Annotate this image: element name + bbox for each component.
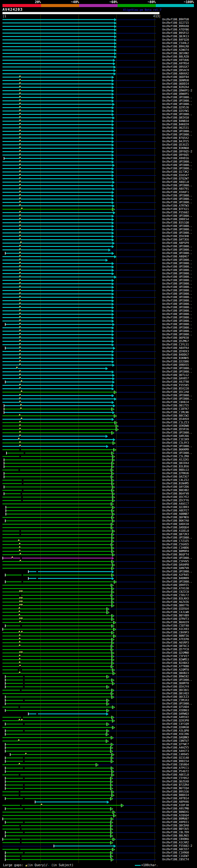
hit-label[interactable]: UniRef100_B5X228 xyxy=(162,387,189,391)
hit-label[interactable]: UniRef100_C1GEW7 xyxy=(162,855,189,858)
hit-label[interactable]: UniRef100_Q55PJ6 xyxy=(162,428,189,431)
hit-label[interactable]: UniRef100_UPI000.. xyxy=(162,113,192,116)
hit-label[interactable]: UniRef100_A8QHG7 xyxy=(162,255,189,258)
hit-label[interactable]: UniRef100_B6TIQ4 xyxy=(162,787,189,790)
hit-label[interactable]: UniRef100_B8CCW2 xyxy=(162,414,189,417)
hit-label[interactable]: UniRef100_Q0JK13 xyxy=(162,35,189,38)
hit-label[interactable]: UniRef100_UPI000.. xyxy=(162,130,192,133)
hit-label[interactable]: UniRef100_O23140 xyxy=(162,756,189,760)
hit-label[interactable]: UniRef100_Q0UB23 xyxy=(162,672,189,675)
hit-label[interactable]: UniRef100_Q8T6C3 xyxy=(162,645,189,648)
hit-label[interactable]: UniRef100_A8XFK4 xyxy=(162,346,189,350)
hit-label[interactable]: UniRef100_UPI000.. xyxy=(162,258,192,262)
hit-label[interactable]: UniRef100_C5XHL2 xyxy=(162,41,189,45)
hit-label[interactable]: UniRef100_C1MLN6 xyxy=(162,411,189,414)
hit-label[interactable]: UniRef100_B0EHB2 xyxy=(162,489,189,492)
hit-label[interactable]: UniRef100_A6ZVZ6 xyxy=(162,600,189,604)
hit-label[interactable]: UniRef100_UPI000.. xyxy=(162,289,192,292)
hit-label[interactable]: UniRef100_C1E1K9 xyxy=(162,438,189,441)
hit-label[interactable]: UniRef100_UPI000.. xyxy=(162,292,192,296)
hit-label[interactable]: UniRef100_Q9WVP1 xyxy=(162,92,189,96)
hit-label[interactable]: UniRef100_UPI000.. xyxy=(162,445,192,448)
hit-label[interactable]: UniRef100_A9TB14 xyxy=(162,797,189,800)
hit-label[interactable]: UniRef100_Q22B93 xyxy=(162,505,189,509)
hit-label[interactable]: UniRef100_C1BTK7 xyxy=(162,407,189,411)
hit-label[interactable]: UniRef100_B6HUI9 xyxy=(162,621,189,624)
hit-label[interactable]: UniRef100_UPI000.. xyxy=(162,285,192,289)
hit-label[interactable]: UniRef100_UPI000.. xyxy=(162,275,192,279)
hit-label[interactable]: UniRef100_Q75AD4 xyxy=(162,706,189,709)
hit-label[interactable]: UniRef100_Q872K3 xyxy=(162,533,189,536)
hit-label[interactable]: UniRef100_Q5AJY4 xyxy=(162,685,189,688)
hit-label[interactable]: UniRef100_UPI000.. xyxy=(162,167,192,170)
hit-label[interactable]: UniRef100_UPI000.. xyxy=(162,262,192,265)
hit-label[interactable]: UniRef100_UPI000.. xyxy=(162,102,192,106)
hit-label[interactable]: UniRef100_Q0CDA0 xyxy=(162,824,189,827)
hit-label[interactable]: UniRef100_B8LRZ0 xyxy=(162,55,189,59)
hit-label[interactable]: UniRef100_UPI000.. xyxy=(162,269,192,272)
hit-label[interactable]: UniRef100_Q9HFE5 xyxy=(162,584,189,587)
hit-label[interactable]: UniRef100_P35602-2 xyxy=(162,844,192,848)
hit-label[interactable]: UniRef100_UPI000.. xyxy=(162,201,192,204)
hit-label[interactable]: UniRef100_B7FX21 xyxy=(162,208,189,211)
hit-label[interactable]: UniRef100_Q5CFY6 xyxy=(162,499,189,502)
hit-label[interactable]: UniRef100_C5MJA3 xyxy=(162,699,189,702)
hit-label[interactable]: UniRef100_UPI000.. xyxy=(162,163,192,167)
hit-label[interactable]: UniRef100_UPI000.. xyxy=(162,333,192,336)
hit-label[interactable]: UniRef100_Q6ZGX8 xyxy=(162,780,189,783)
hit-label[interactable]: UniRef100_O01755 xyxy=(162,404,189,407)
hit-label[interactable]: UniRef100_UPI000.. xyxy=(162,678,192,682)
hit-label[interactable]: UniRef100_C5P4V5 xyxy=(162,560,189,563)
hit-label[interactable]: UniRef100_A4HCF3 xyxy=(162,749,189,753)
hit-label[interactable]: UniRef100_B8M9P4 xyxy=(162,550,189,553)
hit-label[interactable]: UniRef100_Q6P838 xyxy=(162,336,189,340)
hit-label[interactable]: UniRef100_Q9WVP1-2 xyxy=(162,89,192,92)
hit-label[interactable]: UniRef100_UPI000.. xyxy=(162,313,192,316)
hit-label[interactable]: UniRef100_Q4Z3G7 xyxy=(162,475,189,478)
hit-label[interactable]: UniRef100_A1DEL8 xyxy=(162,529,189,533)
hit-label[interactable]: UniRef100_Q16S47 xyxy=(162,174,189,177)
hit-label[interactable]: UniRef100_A5JZA5 xyxy=(162,458,189,462)
hit-label[interactable]: UniRef100_Q9DES4 xyxy=(162,218,189,221)
hit-label[interactable]: UniRef100_Q8IH10 xyxy=(162,116,189,120)
hit-label[interactable]: UniRef100_A5DB63 xyxy=(162,709,189,712)
hit-label[interactable]: UniRef100_Q014Q3 xyxy=(162,692,189,695)
hit-label[interactable]: UniRef100_Q4N7V8 xyxy=(162,566,189,570)
hit-label[interactable]: UniRef100_B9HTU8 xyxy=(162,18,189,21)
hit-label[interactable]: UniRef100_C5DT40 xyxy=(162,624,189,627)
hit-label[interactable]: UniRef100_A8HXA2 xyxy=(162,72,189,75)
hit-label[interactable]: UniRef100_Q2GMN8 xyxy=(162,651,189,655)
hit-label[interactable]: UniRef100_A1CA93 xyxy=(162,627,189,631)
hit-label[interactable]: UniRef100_Q4RWQ3 xyxy=(162,712,189,716)
hit-label[interactable]: UniRef100_UPI000.. xyxy=(162,197,192,201)
hit-label[interactable]: UniRef100_UPI000.. xyxy=(162,702,192,706)
hit-label[interactable]: UniRef100_UPI000.. xyxy=(162,570,192,573)
hit-label[interactable]: UniRef100_UPI000.. xyxy=(162,214,192,218)
hit-label[interactable]: UniRef100_C3YLS1 xyxy=(162,343,189,346)
hit-label[interactable]: UniRef100_Q4DQU4 xyxy=(162,526,189,529)
hit-label[interactable]: UniRef100_UPI000.. xyxy=(162,248,192,252)
hit-label[interactable]: UniRef100_Q4DX10 xyxy=(162,523,189,526)
hit-label[interactable]: UniRef100_B8BXI4 xyxy=(162,794,189,797)
hit-label[interactable]: UniRef100_UPI000.. xyxy=(162,323,192,326)
hit-label[interactable]: UniRef100_A0CS57 xyxy=(162,848,189,851)
hit-label[interactable]: UniRef100_A7TKB0 xyxy=(162,665,189,668)
hit-label[interactable]: UniRef100_A2WU74 xyxy=(162,48,189,52)
hit-label[interactable]: UniRef100_Q6FNE6 xyxy=(162,516,189,519)
hit-label[interactable]: UniRef100_B0DLG3 xyxy=(162,468,189,472)
hit-label[interactable]: UniRef100_Q6TLG2 xyxy=(162,373,189,377)
hit-label[interactable]: UniRef100_B3S1Q0 xyxy=(162,221,189,224)
hit-label[interactable]: UniRef100_C5LZR0 xyxy=(162,455,189,458)
hit-label[interactable]: UniRef100_B6KKM9 xyxy=(162,448,189,452)
hit-label[interactable]: UniRef100_A2FR45 xyxy=(162,573,189,577)
hit-label[interactable]: UniRef100_A0EFE7 xyxy=(162,509,189,513)
hit-label[interactable]: UniRef100_Q7YWC7 xyxy=(162,743,189,746)
hit-label[interactable]: UniRef100_Q1DSU4 xyxy=(162,607,189,611)
hit-label[interactable]: UniRef100_A7RTW3 xyxy=(162,204,189,208)
hit-label[interactable]: UniRef100_Q5C2A0 xyxy=(162,391,189,394)
hit-label[interactable]: UniRef100_Q7Q2W7 xyxy=(162,177,189,180)
hit-label[interactable]: UniRef100_A9VD16 xyxy=(162,157,189,160)
hit-label[interactable]: UniRef100_A9JT98 xyxy=(162,380,189,384)
hit-label[interactable]: UniRef100_B4DN99 xyxy=(162,577,189,580)
hit-label[interactable]: UniRef100_C0NTU7 xyxy=(162,739,189,743)
